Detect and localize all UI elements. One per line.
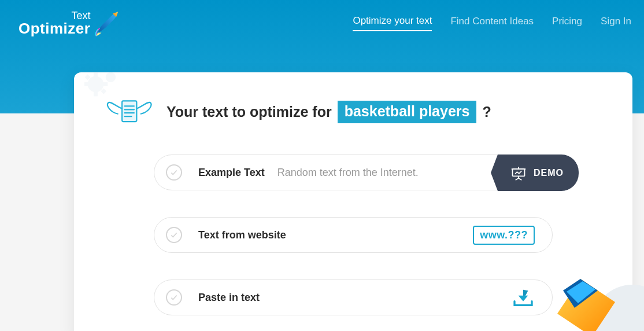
gears-icon bbox=[84, 71, 125, 101]
radio-icon bbox=[166, 289, 182, 306]
radio-icon bbox=[166, 227, 182, 243]
heading-prefix: Your text to optimize for bbox=[166, 104, 332, 120]
svg-rect-13 bbox=[513, 169, 525, 176]
pencil-decor-icon bbox=[546, 273, 644, 331]
nav-pricing[interactable]: Pricing bbox=[552, 16, 582, 31]
option-desc: Random text from the Internet. bbox=[277, 167, 419, 179]
heading-text: Your text to optimize for basketball pla… bbox=[166, 101, 491, 123]
brand-line2: Optimizer bbox=[18, 21, 90, 36]
demo-badge[interactable]: DEMO bbox=[491, 155, 579, 191]
heading-row: Your text to optimize for basketball pla… bbox=[103, 97, 598, 127]
svg-point-0 bbox=[88, 76, 104, 93]
options-list: Example Text Random text from the Intern… bbox=[154, 155, 553, 315]
keyword-chip[interactable]: basketball players bbox=[338, 101, 477, 123]
svg-rect-1 bbox=[94, 72, 98, 78]
nav-links: Optimize your text Find Content Ideas Pr… bbox=[353, 15, 631, 31]
nav-signin[interactable]: Sign In bbox=[601, 16, 631, 31]
nav-optimize[interactable]: Optimize your text bbox=[353, 15, 432, 31]
svg-rect-2 bbox=[94, 91, 98, 97]
option-text-from-website[interactable]: Text from website www.??? bbox=[154, 217, 553, 253]
nav-ideas[interactable]: Find Content Ideas bbox=[450, 16, 534, 31]
top-nav: Text Optimizer Optimize your text Find C… bbox=[0, 0, 644, 46]
option-label: Example Text bbox=[198, 167, 265, 179]
url-hint-box: www.??? bbox=[473, 226, 535, 245]
radio-icon bbox=[166, 164, 182, 181]
svg-rect-4 bbox=[103, 82, 108, 86]
demo-label: DEMO bbox=[534, 168, 564, 178]
option-paste-in-text[interactable]: Paste in text bbox=[154, 279, 553, 315]
option-example-text[interactable]: Example Text Random text from the Intern… bbox=[154, 155, 553, 190]
option-label: Paste in text bbox=[198, 292, 260, 304]
presentation-icon bbox=[510, 165, 527, 181]
option-label: Text from website bbox=[198, 229, 286, 241]
brand-logo[interactable]: Text Optimizer bbox=[18, 9, 121, 37]
svg-rect-3 bbox=[84, 82, 88, 86]
rocket-pencil-icon bbox=[94, 9, 121, 37]
svg-rect-8 bbox=[122, 101, 136, 122]
svg-point-7 bbox=[106, 72, 116, 82]
download-icon bbox=[512, 287, 535, 308]
brand-text: Text Optimizer bbox=[18, 10, 90, 36]
heading-suffix: ? bbox=[482, 104, 491, 120]
